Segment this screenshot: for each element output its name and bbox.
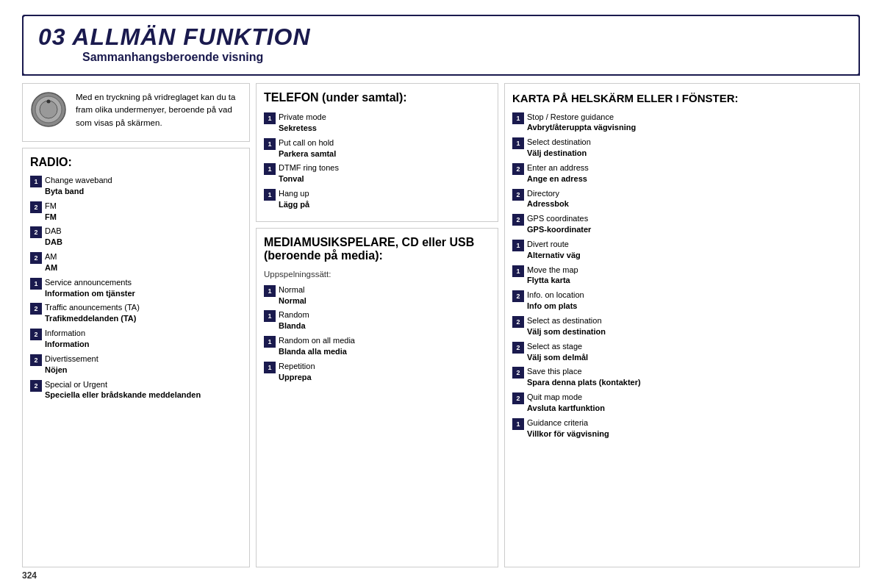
- header: 03 ALLMÄN FUNKTION Sammanhangsberoende v…: [22, 15, 860, 76]
- item-text: Save this placeSpara denna plats (kontak…: [527, 366, 641, 388]
- list-item: 1Move the mapFlytta karta: [512, 265, 852, 287]
- karta-title: KARTA PÅ HELSKÄRM ELLER I FÖNSTER:: [512, 91, 852, 106]
- list-item: 1DTMF ring tonesTonval: [264, 162, 490, 184]
- item-text: DirectoryAdressbok: [527, 188, 569, 210]
- item-text: Divert routeAlternativ väg: [527, 239, 581, 261]
- item-badge: 2: [30, 303, 42, 315]
- list-item: 2FMFM: [30, 201, 242, 223]
- list-item: 1RepetitionUpprepa: [264, 361, 490, 383]
- radio-items-container: 1Change wavebandByta band2FMFM2DABDAB2AM…: [30, 175, 242, 401]
- item-badge: 1: [512, 112, 524, 124]
- item-text: Select as destinationVälj som destinatio…: [527, 315, 606, 337]
- media-title: MEDIAMUSIKSPELARE, CD eller USB (beroend…: [264, 236, 490, 262]
- item-text: NormalNormal: [279, 284, 306, 306]
- item-badge: 2: [30, 226, 42, 238]
- item-badge: 1: [264, 362, 276, 373]
- item-text: Change wavebandByta band: [45, 175, 112, 197]
- list-item: 1Hang upLägg på: [264, 188, 490, 210]
- item-badge: 2: [30, 354, 42, 366]
- item-badge: 2: [512, 316, 524, 328]
- list-item: 2Special or UrgentSpeciella eller brådsk…: [30, 379, 242, 401]
- item-text: DivertissementNöjen: [45, 354, 98, 376]
- item-text: DABDAB: [45, 226, 62, 248]
- list-item: 2Quit map modeAvsluta kartfunktion: [512, 392, 852, 414]
- left-column: Med en tryckning på vridreglaget kan du …: [22, 83, 250, 567]
- item-text: RandomBlanda: [279, 309, 309, 331]
- item-text: Enter an addressAnge en adress: [527, 162, 589, 184]
- list-item: 2GPS coordinatesGPS-koordinater: [512, 213, 852, 235]
- page-number: 324: [22, 570, 37, 581]
- svg-point-2: [40, 101, 57, 118]
- item-text: RepetitionUpprepa: [279, 361, 315, 383]
- list-item: 1Divert routeAlternativ väg: [512, 239, 852, 261]
- item-text: Stop / Restore guidanceAvbryt/återuppta …: [527, 112, 636, 134]
- item-badge: 1: [264, 285, 276, 297]
- item-badge: 2: [30, 380, 42, 392]
- list-item: 1Service announcementsInformation om tjä…: [30, 277, 242, 299]
- intro-box: Med en tryckning på vridreglaget kan du …: [22, 83, 250, 142]
- item-text: Quit map modeAvsluta kartfunktion: [527, 392, 605, 414]
- item-text: Select destinationVälj destination: [527, 137, 591, 159]
- item-text: Move the mapFlytta karta: [527, 265, 578, 287]
- intro-text: Med en tryckning på vridreglaget kan du …: [76, 91, 242, 129]
- list-item: 2Enter an addressAnge en adress: [512, 162, 852, 184]
- item-badge: 1: [264, 189, 276, 201]
- item-text: Guidance criteriaVillkor för vägvisning: [527, 417, 609, 440]
- main-content: Med en tryckning på vridreglaget kan du …: [22, 83, 860, 567]
- item-text: Put call on holdParkera samtal: [279, 137, 336, 159]
- footer: 324: [22, 567, 860, 581]
- item-badge: 1: [512, 240, 524, 251]
- item-text: Info. on locationInfo om plats: [527, 290, 584, 312]
- item-badge: 2: [30, 201, 42, 213]
- list-item: 1Put call on holdParkera samtal: [264, 137, 490, 159]
- karta-items-container: 1Stop / Restore guidanceAvbryt/återuppta…: [512, 112, 852, 440]
- item-badge: 2: [512, 214, 524, 226]
- knob-icon: [30, 91, 67, 128]
- svg-point-3: [47, 100, 51, 104]
- karta-box: KARTA PÅ HELSKÄRM ELLER I FÖNSTER: 1Stop…: [504, 83, 860, 567]
- item-badge: 2: [512, 392, 524, 404]
- item-badge: 1: [512, 265, 524, 277]
- list-item: 1Guidance criteriaVillkor för vägvisning: [512, 417, 852, 440]
- item-badge: 1: [264, 163, 276, 175]
- item-text: Private modeSekretess: [279, 112, 326, 134]
- item-badge: 2: [30, 329, 42, 340]
- item-text: InformationInformation: [45, 328, 90, 350]
- item-text: FMFM: [45, 201, 57, 223]
- item-text: AMAM: [45, 251, 57, 273]
- list-item: 2Select as destinationVälj som destinati…: [512, 315, 852, 337]
- list-item: 2Info. on locationInfo om plats: [512, 290, 852, 312]
- list-item: 2DirectoryAdressbok: [512, 188, 852, 210]
- list-item: 2InformationInformation: [30, 328, 242, 350]
- list-item: 1Stop / Restore guidanceAvbryt/återuppta…: [512, 112, 852, 134]
- radio-box: RADIO: 1Change wavebandByta band2FMFM2DA…: [22, 148, 250, 567]
- item-badge: 1: [264, 138, 276, 150]
- telefon-items-container: 1Private modeSekretess1Put call on holdP…: [264, 112, 490, 210]
- item-badge: 1: [264, 336, 276, 348]
- list-item: 1Select destinationVälj destination: [512, 137, 852, 159]
- item-text: GPS coordinatesGPS-koordinater: [527, 213, 591, 235]
- item-badge: 2: [512, 367, 524, 379]
- page: 03 ALLMÄN FUNKTION Sammanhangsberoende v…: [0, 0, 882, 588]
- telefon-title: TELEFON (under samtal):: [264, 91, 490, 104]
- middle-column: TELEFON (under samtal): 1Private modeSek…: [256, 83, 498, 567]
- list-item: 2Traffic anouncements (TA)Trafikmeddelan…: [30, 302, 242, 324]
- item-badge: 2: [512, 342, 524, 354]
- item-text: Hang upLägg på: [279, 188, 309, 210]
- item-badge: 1: [264, 310, 276, 322]
- list-item: 2Save this placeSpara denna plats (konta…: [512, 366, 852, 388]
- list-item: 2DABDAB: [30, 226, 242, 248]
- list-item: 1Private modeSekretess: [264, 112, 490, 134]
- item-text: Random on all mediaBlanda alla media: [279, 335, 355, 357]
- chapter-title: 03 ALLMÄN FUNKTION: [38, 24, 844, 51]
- list-item: 1Random on all mediaBlanda alla media: [264, 335, 490, 357]
- item-text: Traffic anouncements (TA)Trafikmeddeland…: [45, 302, 140, 324]
- item-badge: 1: [512, 137, 524, 149]
- item-badge: 2: [512, 163, 524, 175]
- subtitle: Sammanhangsberoende visning: [82, 51, 844, 64]
- item-badge: 1: [264, 112, 276, 124]
- list-item: 2Select as stageVälj som delmål: [512, 341, 852, 363]
- media-box: MEDIAMUSIKSPELARE, CD eller USB (beroend…: [256, 228, 498, 567]
- media-sublabel: Uppspelningssätt:: [264, 270, 490, 279]
- media-items-container: 1NormalNormal1RandomBlanda1Random on all…: [264, 284, 490, 383]
